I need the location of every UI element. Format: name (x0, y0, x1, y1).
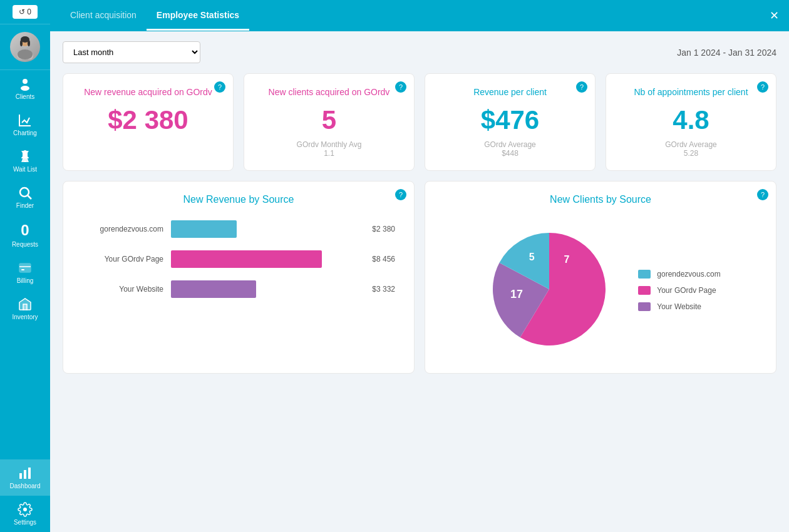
sidebar-item-clients[interactable]: Clients (0, 70, 50, 106)
date-range: Jan 1 2024 - Jan 31 2024 (677, 48, 776, 58)
content-area: Last month Today Last week Last 3 months… (50, 31, 789, 532)
finder-icon (18, 185, 33, 200)
sidebar-label-clients: Clients (16, 93, 35, 100)
pie-chart-svg: 17 5 7 (480, 220, 618, 358)
kpi-value-revenue-per-client: $476 (435, 105, 585, 135)
close-button[interactable]: ✕ (770, 9, 779, 23)
help-icon-pie-chart[interactable]: ? (757, 189, 768, 200)
kpi-title-appointments-per-client: Nb of appointments per client (616, 86, 766, 98)
kpi-sub-label-revenue-per-client: GOrdv Average (435, 140, 585, 149)
sidebar-label-charting: Charting (13, 130, 37, 136)
kpi-card-revenue-per-client: ? Revenue per client $476 GOrdv Average … (425, 73, 596, 171)
avatar[interactable] (10, 32, 40, 62)
legend-item-gordv-page: Your GOrdv Page (638, 286, 720, 295)
kpi-value-appointments-per-client: 4.8 (616, 105, 766, 135)
svg-point-7 (23, 79, 28, 84)
svg-point-3 (18, 49, 33, 59)
svg-rect-16 (19, 473, 22, 479)
date-select[interactable]: Last month Today Last week Last 3 months… (63, 41, 200, 63)
sidebar-label-requests: Requests (12, 241, 38, 248)
sidebar-item-charting[interactable]: Charting (0, 106, 50, 143)
bar-row-gorendezvous: gorendezvous.com $2 380 (82, 220, 395, 238)
settings-icon (18, 502, 33, 517)
help-icon-clients[interactable]: ? (395, 81, 406, 93)
sidebar-label-waitlist: Wait List (13, 166, 37, 173)
bar-container-website (171, 280, 359, 298)
svg-text:17: 17 (510, 289, 523, 301)
legend-label-gordv-page: Your GOrdv Page (657, 286, 716, 295)
bar-container-gordv-page (171, 250, 359, 268)
legend-color-gordv-page (638, 286, 651, 295)
svg-text:7: 7 (564, 254, 570, 265)
bar-label-gorendezvous: gorendezvous.com (82, 225, 163, 233)
legend-item-website: Your Website (638, 302, 720, 311)
sidebar-item-requests[interactable]: 0 Requests (0, 215, 50, 254)
svg-point-8 (21, 86, 29, 91)
kpi-sub-label-appointments: GOrdv Average (616, 140, 766, 149)
requests-badge: 0 (21, 222, 29, 239)
sidebar: ↺ 0 Clients Charting (0, 0, 50, 532)
charts-row: ? New Revenue by Source gorendezvous.com… (63, 181, 776, 374)
refresh-button[interactable]: ↺ 0 (13, 5, 38, 19)
tab-employee-statistics[interactable]: Employee Statistics (147, 1, 249, 31)
legend-label-website: Your Website (657, 302, 701, 311)
help-icon-revenue-per-client[interactable]: ? (576, 81, 587, 93)
bar-value-gordv-page: $8 456 (372, 255, 395, 263)
sidebar-item-billing[interactable]: $ Billing (0, 254, 50, 290)
bar-container-gorendezvous (171, 220, 359, 238)
kpi-card-new-clients: ? New clients acquired on GOrdv 5 GOrdv … (244, 73, 415, 171)
bar-label-gordv-page: Your GOrdv Page (82, 255, 163, 263)
kpi-value-new-clients: 5 (254, 105, 404, 135)
sidebar-item-dashboard[interactable]: Dashboard (0, 459, 50, 496)
kpi-sub-value-clients: 1.1 (254, 149, 404, 158)
legend-item-gorendezvous: gorendezvous.com (638, 270, 720, 279)
bar-label-website: Your Website (82, 285, 163, 294)
kpi-title-revenue-per-client: Revenue per client (435, 86, 585, 98)
svg-rect-17 (24, 470, 26, 479)
svg-rect-18 (28, 468, 31, 479)
bar-website (171, 280, 256, 298)
sidebar-label-inventory: Inventory (12, 314, 38, 320)
svg-line-11 (28, 196, 32, 200)
svg-rect-14 (21, 269, 24, 270)
bar-row-website: Your Website $3 332 (82, 280, 395, 298)
svg-point-10 (20, 188, 29, 197)
sidebar-item-settings[interactable]: Settings (0, 496, 50, 532)
kpi-sub-value-appointments: 5.28 (616, 149, 766, 158)
sidebar-item-finder[interactable]: Finder (0, 179, 50, 215)
svg-point-5 (20, 40, 23, 46)
inventory-icon (18, 297, 33, 312)
sidebar-label-dashboard: Dashboard (10, 483, 41, 489)
avatar-container (0, 24, 50, 70)
bar-chart-card: ? New Revenue by Source gorendezvous.com… (63, 181, 415, 374)
kpi-sub-label-clients: GOrdv Monthly Avg (254, 140, 404, 149)
legend-color-website (638, 302, 651, 311)
kpi-card-new-revenue: ? New revenue acquired on GOrdv $2 380 (63, 73, 234, 171)
pie-chart-card: ? New Clients by Source 1 (425, 181, 776, 374)
sidebar-top: ↺ 0 (0, 0, 50, 24)
kpi-title-new-clients: New clients acquired on GOrdv (254, 86, 404, 98)
sidebar-item-inventory[interactable]: Inventory (0, 290, 50, 327)
tab-client-acquisition[interactable]: Client acquisition (60, 1, 147, 31)
svg-point-6 (28, 40, 30, 46)
svg-text:5: 5 (529, 252, 535, 262)
charting-icon (18, 113, 33, 128)
help-icon-bar-chart[interactable]: ? (395, 189, 406, 200)
clients-icon (18, 76, 33, 91)
sidebar-label-finder: Finder (16, 202, 34, 209)
header-tabs: Client acquisition Employee Statistics ✕ (50, 0, 789, 31)
kpi-title-new-revenue: New revenue acquired on GOrdv (73, 86, 223, 98)
bar-row-gordv-page: Your GOrdv Page $8 456 (82, 250, 395, 268)
help-icon-revenue[interactable]: ? (214, 81, 225, 93)
kpi-value-new-revenue: $2 380 (73, 105, 223, 135)
avatar-image (13, 34, 38, 59)
sidebar-label-settings: Settings (14, 519, 36, 526)
legend-label-gorendezvous: gorendezvous.com (657, 270, 720, 279)
bar-chart-title: New Revenue by Source (76, 194, 401, 205)
help-icon-appointments[interactable]: ? (757, 81, 768, 93)
bar-value-gorendezvous: $2 380 (372, 225, 395, 233)
svg-rect-12 (19, 263, 31, 272)
main-content: Client acquisition Employee Statistics ✕… (50, 0, 789, 532)
sidebar-item-waitlist[interactable]: Wait List (0, 143, 50, 179)
pie-legend: gorendezvous.com Your GOrdv Page Your We… (638, 270, 720, 311)
